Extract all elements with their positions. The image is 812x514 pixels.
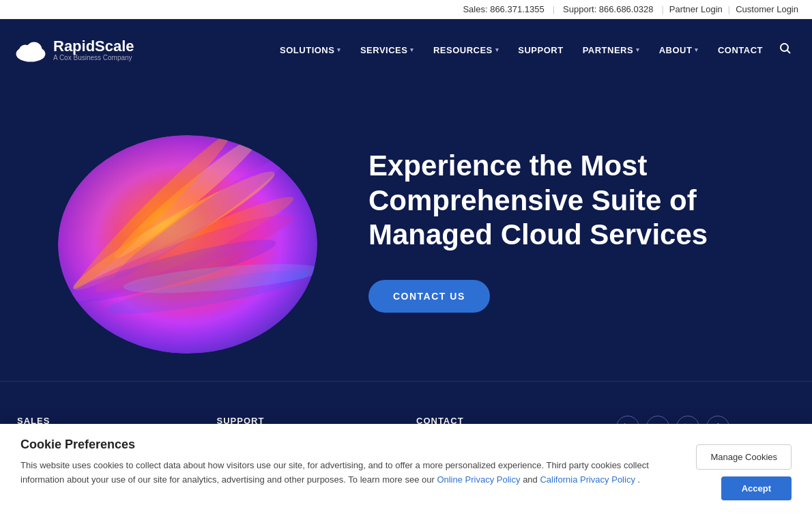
cookie-and: and — [523, 474, 538, 485]
cookie-actions: Manage Cookies Accept — [696, 438, 792, 500]
nav-about-label: ABOUT — [659, 45, 693, 55]
logo-text: RapidScale A Cox Business Company — [53, 39, 134, 61]
support-info: Support: 866.686.0328 — [563, 4, 653, 14]
nav-contact-label: CONTACT — [718, 45, 763, 55]
cookie-text: This website uses cookies to collect dat… — [20, 459, 682, 487]
sep1: | — [553, 4, 555, 14]
online-privacy-link[interactable]: Online Privacy Policy — [437, 474, 520, 485]
svg-point-5 — [27, 43, 41, 57]
svg-point-19 — [58, 135, 317, 354]
sales-info: Sales: 866.371.1355 — [463, 4, 544, 14]
california-privacy-link[interactable]: California Privacy Policy — [540, 474, 635, 485]
chevron-down-icon: ▾ — [410, 46, 414, 53]
hero-title: Experience the Most Comprehensive Suite … — [368, 149, 771, 252]
nav-partners-label: PARTNERS — [583, 45, 634, 55]
chevron-down-icon: ▾ — [636, 46, 640, 53]
manage-cookies-button[interactable]: Manage Cookies — [696, 444, 792, 470]
navbar: RapidScale A Cox Business Company SOLUTI… — [0, 19, 812, 81]
customer-login-link[interactable]: Customer Login — [736, 4, 798, 14]
hero-section: Experience the Most Comprehensive Suite … — [0, 81, 812, 381]
nav-contact[interactable]: CONTACT — [708, 38, 772, 62]
logo-icon — [14, 36, 48, 63]
chevron-down-icon: ▾ — [695, 46, 699, 53]
svg-point-6 — [781, 44, 788, 51]
contact-us-button[interactable]: CONTACT US — [368, 280, 490, 313]
nav-links: SOLUTIONS ▾ SERVICES ▾ RESOURCES ▾ SUPPO… — [270, 35, 798, 64]
nav-partners[interactable]: PARTNERS ▾ — [573, 38, 650, 62]
chevron-down-icon: ▾ — [495, 46, 499, 53]
hero-image — [0, 108, 341, 354]
nav-support[interactable]: SUPPORT — [508, 38, 572, 62]
nav-support-label: SUPPORT — [518, 45, 563, 55]
brand-name: RapidScale — [53, 39, 134, 54]
nav-resources-label: RESOURCES — [433, 45, 493, 55]
accept-cookies-button[interactable]: Accept — [721, 476, 792, 500]
sep3: | — [728, 4, 730, 14]
hero-abstract-image — [38, 108, 338, 354]
nav-services-label: SERVICES — [360, 45, 408, 55]
logo[interactable]: RapidScale A Cox Business Company — [14, 36, 134, 63]
brand-tagline: A Cox Business Company — [53, 54, 134, 61]
nav-solutions[interactable]: SOLUTIONS ▾ — [270, 38, 351, 62]
cookie-content: Cookie Preferences This website uses coo… — [20, 438, 682, 487]
chevron-down-icon: ▾ — [337, 46, 341, 53]
svg-line-7 — [787, 51, 791, 54]
search-button[interactable] — [772, 35, 798, 64]
cookie-banner: Cookie Preferences This website uses coo… — [0, 424, 812, 506]
nav-about[interactable]: ABOUT ▾ — [650, 38, 708, 62]
nav-resources[interactable]: RESOURCES ▾ — [424, 38, 508, 62]
top-bar: Sales: 866.371.1355 | Support: 866.686.0… — [0, 0, 812, 19]
cookie-period: . — [638, 474, 641, 485]
search-icon — [779, 42, 792, 55]
cookie-title: Cookie Preferences — [20, 438, 682, 452]
nav-services[interactable]: SERVICES ▾ — [351, 38, 424, 62]
partner-login-link[interactable]: Partner Login — [669, 4, 723, 14]
sep2: | — [661, 4, 663, 14]
hero-content: Experience the Most Comprehensive Suite … — [341, 135, 812, 326]
nav-solutions-label: SOLUTIONS — [280, 45, 334, 55]
